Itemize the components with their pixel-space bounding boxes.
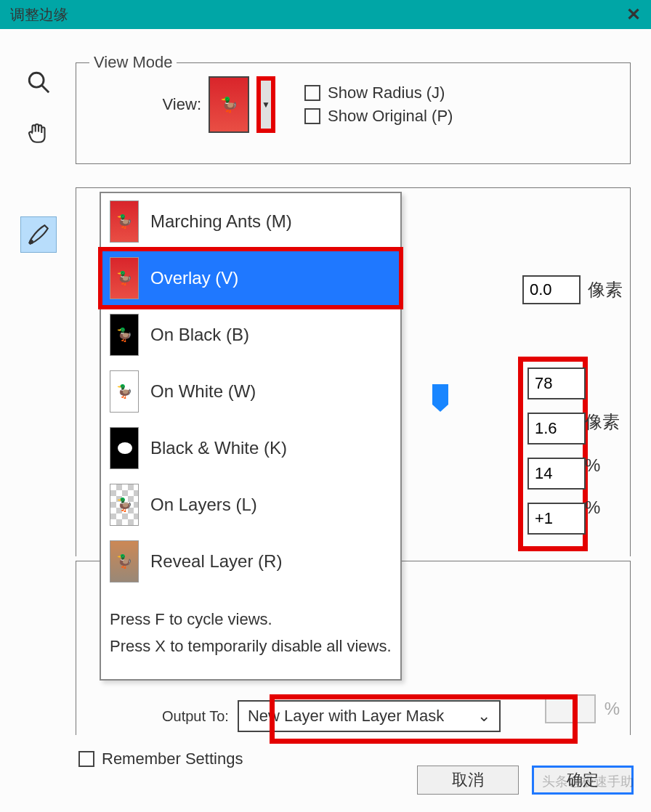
cancel-button[interactable]: 取消 <box>417 766 519 795</box>
remember-label: Remember Settings <box>102 750 243 768</box>
output-highlight <box>270 694 578 744</box>
view-mode-fieldset: View Mode View: ▼ Show Radius (J) Show O… <box>76 62 631 164</box>
magnifier-icon <box>26 70 51 94</box>
show-original-row[interactable]: Show Original (P) <box>304 107 453 126</box>
show-original-label: Show Original (P) <box>328 107 453 126</box>
tool-column <box>20 64 64 253</box>
smooth-slider-thumb[interactable] <box>432 384 448 405</box>
dd-marching-ants[interactable]: 🦆Marching Ants (M) <box>101 193 400 250</box>
close-icon[interactable]: ✕ <box>626 4 641 25</box>
view-mode-legend: View Mode <box>89 53 177 72</box>
show-radius-label: Show Radius (J) <box>328 84 445 102</box>
hand-icon <box>26 121 51 145</box>
highlighted-values <box>518 357 588 551</box>
ok-button[interactable]: 确定 <box>532 766 634 795</box>
amount-unit: % <box>604 699 620 719</box>
dd-on-white[interactable]: 🦆On White (W) <box>101 363 400 420</box>
svg-line-1 <box>41 85 49 92</box>
button-row: 取消 确定 <box>417 766 634 795</box>
hand-tool[interactable] <box>20 115 57 151</box>
feather-unit: 像素 <box>585 410 620 434</box>
smooth-input[interactable] <box>527 368 586 399</box>
feather-input[interactable] <box>527 413 586 444</box>
contrast-unit: % <box>585 455 620 476</box>
view-thumbnail[interactable] <box>209 76 249 133</box>
view-dropdown-list[interactable]: 🦆Marching Ants (M) 🦆Overlay (V) 🦆On Blac… <box>100 192 402 681</box>
output-to-label: Output To: <box>162 708 229 725</box>
svg-point-2 <box>29 240 33 244</box>
show-radius-checkbox[interactable] <box>304 85 320 101</box>
dd-black-white[interactable]: Black & White (K) <box>101 420 400 476</box>
dd-footer: Press F to cycle views. Press X to tempo… <box>101 590 400 679</box>
dd-on-layers[interactable]: 🦆On Layers (L) <box>101 476 400 533</box>
unit-stack: 像素 % % <box>585 406 620 518</box>
dd-reveal-layer[interactable]: 🦆Reveal Layer (R) <box>101 533 400 590</box>
title-bar: 调整边缘 ✕ <box>0 0 651 29</box>
radius-unit: 像素 <box>588 278 623 301</box>
remember-checkbox[interactable] <box>78 751 94 767</box>
view-dropdown-button[interactable]: ▼ <box>256 76 275 133</box>
dd-overlay[interactable]: 🦆Overlay (V) <box>101 250 400 306</box>
shift-input[interactable] <box>527 503 586 535</box>
dd-on-black[interactable]: 🦆On Black (B) <box>101 306 400 363</box>
shift-unit: % <box>585 498 620 518</box>
radius-input[interactable] <box>522 275 581 304</box>
brush-icon <box>26 222 51 247</box>
svg-point-0 <box>29 73 44 87</box>
view-label: View: <box>89 95 201 114</box>
show-radius-row[interactable]: Show Radius (J) <box>304 84 453 102</box>
remember-settings-row[interactable]: Remember Settings <box>78 750 243 768</box>
refine-radius-tool[interactable] <box>20 216 57 253</box>
show-original-checkbox[interactable] <box>304 108 320 124</box>
contrast-input[interactable] <box>527 458 586 490</box>
zoom-tool[interactable] <box>20 64 57 100</box>
dialog-title: 调整边缘 <box>10 5 68 25</box>
